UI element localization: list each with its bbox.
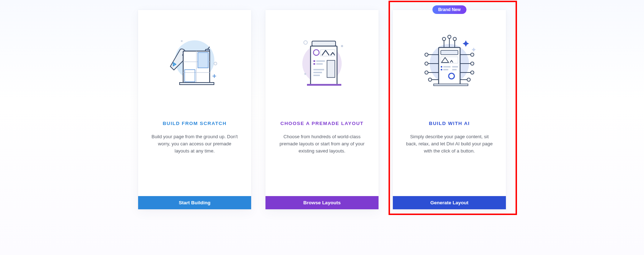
svg-point-40 bbox=[471, 71, 474, 74]
svg-rect-52 bbox=[441, 66, 442, 68]
svg-point-44 bbox=[443, 38, 446, 41]
svg-point-30 bbox=[425, 62, 428, 65]
svg-rect-16 bbox=[316, 60, 325, 62]
card-title: BUILD FROM SCRATCH bbox=[163, 121, 227, 126]
svg-rect-17 bbox=[313, 63, 315, 65]
ai-icon bbox=[393, 10, 506, 110]
svg-point-36 bbox=[471, 53, 474, 56]
svg-point-32 bbox=[425, 71, 428, 74]
svg-rect-8 bbox=[180, 82, 214, 85]
card-title: CHOOSE A PREMADE LAYOUT bbox=[280, 121, 364, 126]
svg-rect-23 bbox=[307, 84, 341, 86]
card-description: Choose from hundreds of world-class prem… bbox=[265, 133, 379, 155]
svg-rect-6 bbox=[198, 52, 208, 68]
browse-layouts-button[interactable]: Browse Layouts bbox=[265, 196, 379, 209]
svg-rect-56 bbox=[452, 66, 458, 68]
svg-rect-18 bbox=[316, 63, 323, 65]
svg-rect-55 bbox=[443, 69, 448, 70]
svg-rect-57 bbox=[452, 69, 457, 70]
start-building-button[interactable]: Start Building bbox=[138, 196, 251, 209]
card-description: Simply describe your page content, sit b… bbox=[393, 133, 506, 155]
svg-rect-54 bbox=[441, 69, 442, 70]
card-build-with-ai[interactable]: Brand New bbox=[393, 10, 506, 209]
svg-point-48 bbox=[453, 38, 457, 41]
svg-point-9 bbox=[214, 62, 217, 65]
svg-point-34 bbox=[429, 78, 432, 81]
svg-point-25 bbox=[341, 45, 343, 47]
brand-new-badge: Brand New bbox=[433, 5, 467, 14]
svg-rect-19 bbox=[327, 60, 335, 78]
svg-point-38 bbox=[471, 62, 474, 65]
svg-rect-15 bbox=[313, 60, 315, 62]
svg-rect-22 bbox=[313, 75, 320, 76]
card-choose-premade-layout[interactable]: CHOOSE A PREMADE LAYOUT Choose from hund… bbox=[265, 10, 379, 209]
svg-point-42 bbox=[467, 78, 470, 81]
svg-point-46 bbox=[448, 35, 451, 39]
svg-point-24 bbox=[304, 41, 307, 44]
svg-rect-20 bbox=[313, 69, 324, 70]
layout-options-row: BUILD FROM SCRATCH Build your page from … bbox=[138, 10, 506, 209]
svg-rect-11 bbox=[312, 41, 336, 46]
card-build-from-scratch[interactable]: BUILD FROM SCRATCH Build your page from … bbox=[138, 10, 251, 209]
scratch-icon bbox=[138, 10, 251, 110]
premade-icon bbox=[265, 10, 379, 110]
svg-rect-53 bbox=[443, 66, 450, 68]
svg-rect-50 bbox=[441, 50, 458, 55]
card-description: Build your page from the ground up. Don'… bbox=[138, 133, 251, 155]
svg-rect-59 bbox=[434, 84, 468, 86]
generate-layout-button[interactable]: Generate Layout bbox=[393, 196, 506, 209]
card-title: BUILD WITH AI bbox=[429, 121, 470, 126]
svg-point-28 bbox=[425, 53, 428, 56]
svg-rect-21 bbox=[313, 72, 322, 73]
